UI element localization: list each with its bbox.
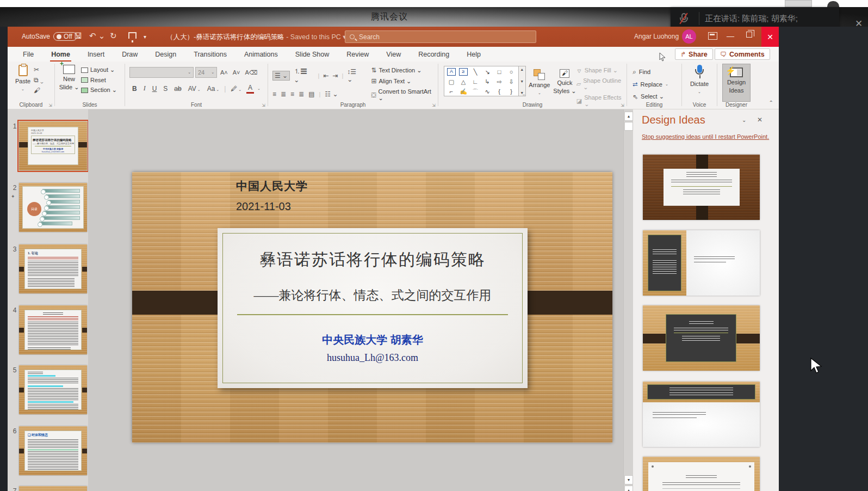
justify-button[interactable]: ≣ bbox=[299, 90, 304, 98]
italic-button[interactable]: I bbox=[142, 84, 147, 93]
share-button[interactable]: ↱Share bbox=[675, 48, 713, 60]
tab-home[interactable]: Home bbox=[50, 48, 71, 60]
dialog-launcher-icon[interactable]: ⇲ bbox=[621, 103, 624, 108]
tab-draw[interactable]: Draw bbox=[121, 48, 139, 60]
vertical-scrollbar[interactable]: ▲ ▼ ▲ bbox=[623, 109, 633, 491]
font-size-combo[interactable]: 24⌄ bbox=[195, 67, 217, 78]
tab-transitions[interactable]: Transitions bbox=[193, 48, 228, 60]
character-spacing-button[interactable]: AV ⌄ bbox=[187, 84, 202, 93]
scroll-down-icon[interactable]: ▼ bbox=[624, 475, 633, 484]
triangle-shape-icon[interactable]: △ bbox=[457, 77, 469, 87]
panel-options-icon[interactable]: ⌄ bbox=[742, 117, 746, 123]
slide-title-card[interactable]: 彝语诺苏话将行体的编码策略 ——兼论将行体、情态、式之间的交互作用 中央民族大学… bbox=[218, 228, 528, 388]
numbering-button[interactable]: ⒈☰ ⌄ bbox=[294, 67, 314, 84]
format-painter-icon[interactable]: 🖌 bbox=[34, 87, 44, 94]
gallery-up-icon[interactable]: ▲ bbox=[520, 67, 524, 71]
down-arrow-shape-icon[interactable]: ⇩ bbox=[505, 77, 517, 87]
design-variant-4[interactable] bbox=[643, 382, 760, 447]
tab-review[interactable]: Review bbox=[345, 48, 370, 60]
replace-button[interactable]: ⮂Replace⌄ bbox=[633, 78, 681, 90]
autosave-toggle[interactable]: AutoSave Off bbox=[22, 32, 77, 41]
scrollbar-thumb[interactable] bbox=[624, 122, 633, 131]
save-icon[interactable]: 🖫 bbox=[74, 31, 82, 40]
find-button[interactable]: ⌕Find bbox=[633, 66, 681, 77]
shape-fill-button[interactable]: 🜄Shape Fill ⌄ bbox=[576, 67, 627, 74]
stop-suggesting-link[interactable]: Stop suggesting ideas until I restart Po… bbox=[642, 133, 769, 140]
quick-styles-button[interactable]: 🖌 QuickStyles ⌄ bbox=[553, 66, 576, 94]
oval-shape-icon[interactable]: ○ bbox=[505, 67, 517, 77]
tab-view[interactable]: View bbox=[385, 48, 402, 60]
reset-button[interactable]: Reset bbox=[81, 77, 117, 83]
freeform-shape-icon[interactable]: ⌐ bbox=[445, 87, 457, 96]
shrink-font-button[interactable]: A˅ bbox=[231, 69, 242, 76]
align-left-button[interactable]: ≡ bbox=[272, 90, 276, 98]
design-variant-1[interactable] bbox=[643, 155, 760, 220]
tab-design[interactable]: Design bbox=[154, 48, 177, 60]
account-name[interactable]: Angar Luohong bbox=[634, 33, 679, 40]
slide-thumbnail-6[interactable]: ❑ 时体和情态 bbox=[19, 426, 87, 475]
design-variant-5[interactable] bbox=[643, 457, 760, 491]
shape-outline-button[interactable]: ▱Shape Outline ⌄ bbox=[576, 77, 627, 91]
dialog-launcher-icon[interactable]: ⇲ bbox=[432, 103, 436, 108]
tab-animations[interactable]: Animations bbox=[243, 48, 279, 60]
change-case-button[interactable]: Aa ⌄ bbox=[206, 84, 221, 93]
strikethrough-button[interactable]: ab bbox=[172, 84, 183, 93]
redo-icon[interactable]: ↻ bbox=[110, 31, 117, 41]
slide-thumbnail-2[interactable]: 目录 bbox=[19, 183, 87, 232]
saved-status[interactable]: - Saved to this PC ▾ bbox=[286, 33, 346, 41]
comments-button[interactable]: 🗨Comments bbox=[715, 48, 770, 60]
close-button[interactable]: ✕ bbox=[761, 27, 779, 47]
avatar[interactable]: AL bbox=[682, 29, 696, 44]
restore-button[interactable] bbox=[746, 32, 752, 38]
highlight-color-button[interactable]: 🖉 ⌄ bbox=[229, 84, 243, 93]
tab-insert[interactable]: Insert bbox=[86, 48, 106, 60]
gallery-scrollbar[interactable]: ▲ ▼ ▼̲ bbox=[519, 66, 526, 96]
underline-button[interactable]: U bbox=[151, 84, 159, 93]
slide-thumbnail-3[interactable]: 1. 引论 bbox=[19, 244, 87, 293]
font-name-combo[interactable]: ⌄ bbox=[129, 67, 194, 78]
tab-file[interactable]: File bbox=[22, 48, 35, 60]
dialog-launcher-icon[interactable]: ⇲ bbox=[48, 103, 52, 108]
start-presentation-icon[interactable] bbox=[128, 32, 137, 39]
tab-help[interactable]: Help bbox=[466, 48, 482, 60]
align-right-button[interactable]: ≡ bbox=[290, 90, 294, 98]
select-button[interactable]: ⇖Select ⌄ bbox=[633, 91, 681, 102]
design-ideas-button[interactable]: ⚡ DesignIdeas bbox=[722, 64, 751, 102]
tab-recording[interactable]: Recording bbox=[417, 48, 450, 60]
align-text-button[interactable]: ⊞Align Text ⌄ bbox=[371, 77, 438, 85]
increase-indent-button[interactable]: ⇥ bbox=[332, 72, 338, 79]
decrease-indent-button[interactable]: ⇤ bbox=[323, 72, 328, 79]
left-brace-shape-icon[interactable]: { bbox=[493, 87, 505, 96]
curve-shape-icon[interactable]: ∿ bbox=[481, 87, 493, 96]
paste-button[interactable]: Paste⌄ bbox=[12, 62, 34, 94]
tab-slideshow[interactable]: Slide Show bbox=[294, 48, 331, 60]
textbox-icon[interactable]: A bbox=[447, 68, 456, 76]
convert-smartart-button[interactable]: ⛋Convert to SmartArt ⌄ bbox=[371, 88, 438, 102]
collapse-ribbon-icon[interactable]: ⌃ bbox=[769, 100, 773, 106]
elbow-arrow-icon[interactable]: ↳ bbox=[481, 77, 493, 87]
panel-close-icon[interactable]: ✕ bbox=[757, 116, 762, 124]
columns-button[interactable]: ▤ bbox=[308, 90, 314, 98]
line-spacing-button[interactable]: ↕☰ ⌄ bbox=[347, 68, 363, 83]
search-input[interactable] bbox=[359, 33, 511, 41]
add-remove-columns-button[interactable]: ☷ ⌄ bbox=[325, 90, 338, 98]
arc-shape-icon[interactable]: ⌒ bbox=[469, 87, 481, 96]
undo-icon[interactable]: ↶ ⌄ bbox=[89, 31, 105, 41]
align-center-button[interactable]: ≣ bbox=[281, 90, 286, 98]
dialog-launcher-icon[interactable]: ⇲ bbox=[262, 103, 265, 108]
right-arrow-shape-icon[interactable]: ⇨ bbox=[493, 77, 505, 87]
ribbon-display-options-icon[interactable] bbox=[708, 32, 717, 40]
shapes-gallery[interactable]: A ≥ ╲ ↘ □ ○ ▢ △ ∟ ↳ ⇨ ⇩ ⌐ ✍ ⌒ bbox=[444, 66, 519, 96]
scroll-up-icon[interactable]: ▲ bbox=[624, 112, 633, 121]
section-button[interactable]: Section ⌄ bbox=[81, 87, 117, 94]
next-slide-icon[interactable]: ▲ bbox=[624, 486, 633, 491]
slide-thumbnail-5[interactable] bbox=[19, 365, 87, 414]
gallery-more-icon[interactable]: ▼̲ bbox=[520, 91, 524, 95]
current-slide[interactable]: 中国人民大学 2021-11-03 彝语诺苏话将行体的编码策略 ——兼论将行体、… bbox=[132, 172, 612, 443]
gallery-down-icon[interactable]: ▼ bbox=[520, 79, 524, 83]
new-slide-button[interactable]: NewSlide ⌄ bbox=[57, 62, 81, 94]
dictate-button[interactable]: Dictate⌄ bbox=[682, 62, 717, 95]
font-color-button[interactable]: A bbox=[246, 83, 254, 94]
arrow-shape-icon[interactable]: ↘ bbox=[481, 67, 493, 77]
design-variant-3[interactable] bbox=[643, 305, 760, 371]
